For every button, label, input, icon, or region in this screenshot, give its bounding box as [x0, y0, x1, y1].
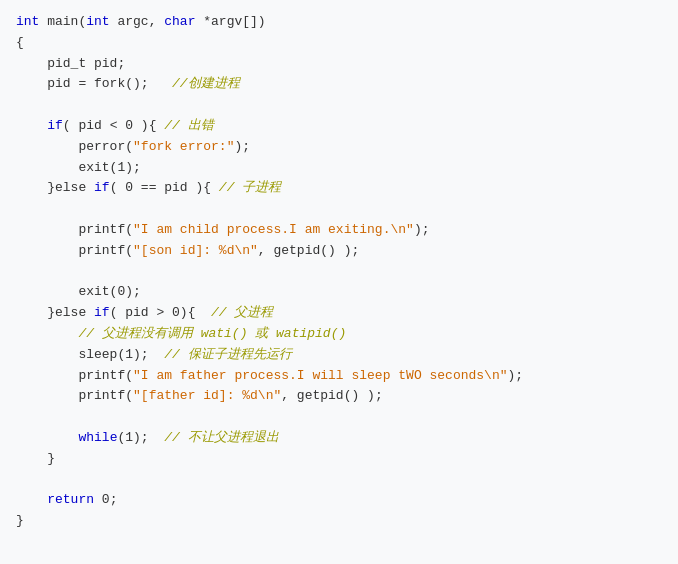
code-token: , getpid() );	[258, 243, 359, 258]
code-line	[16, 407, 662, 428]
code-token: "fork error:"	[133, 139, 234, 154]
code-token: // 父进程没有调用 wati() 或 watipid()	[78, 326, 346, 341]
code-token: 0;	[94, 492, 117, 507]
code-token: printf(	[16, 243, 133, 258]
code-token: // 保证子进程先运行	[164, 347, 291, 362]
code-line	[16, 262, 662, 283]
code-token: if	[94, 305, 110, 320]
code-token: exit(1);	[16, 160, 141, 175]
code-container: int main(int argc, char *argv[]){ pid_t …	[0, 0, 678, 564]
code-line: sleep(1); // 保证子进程先运行	[16, 345, 662, 366]
code-token: // 不让父进程退出	[164, 430, 278, 445]
code-token: // 父进程	[211, 305, 273, 320]
code-line	[16, 199, 662, 220]
code-token	[16, 118, 47, 133]
code-token: , getpid() );	[281, 388, 382, 403]
code-token: int	[86, 14, 109, 29]
code-token: char	[164, 14, 195, 29]
code-line: printf("I am child process.I am exiting.…	[16, 220, 662, 241]
code-line: perror("fork error:");	[16, 137, 662, 158]
code-token: }	[16, 513, 24, 528]
code-line: if( pid < 0 ){ // 出错	[16, 116, 662, 137]
code-token: argc,	[110, 14, 165, 29]
code-line: }	[16, 449, 662, 470]
code-line: printf("I am father process.I will sleep…	[16, 366, 662, 387]
code-token: printf(	[16, 222, 133, 237]
code-line: printf("[father id]: %d\n", getpid() );	[16, 386, 662, 407]
code-token	[16, 430, 78, 445]
code-token: while	[78, 430, 117, 445]
code-token: {	[16, 35, 24, 50]
code-token: ( pid < 0 ){	[63, 118, 164, 133]
code-token: "[son id]: %d\n"	[133, 243, 258, 258]
code-line: {	[16, 33, 662, 54]
code-token: }	[16, 451, 55, 466]
code-line: int main(int argc, char *argv[])	[16, 12, 662, 33]
code-line: pid = fork(); //创建进程	[16, 74, 662, 95]
code-token: // 子进程	[219, 180, 281, 195]
code-token: return	[47, 492, 94, 507]
code-line	[16, 95, 662, 116]
code-token: ( pid > 0){	[110, 305, 211, 320]
code-line: while(1); // 不让父进程退出	[16, 428, 662, 449]
code-token: if	[47, 118, 63, 133]
code-token: }else	[16, 180, 94, 195]
code-line: }else if( pid > 0){ // 父进程	[16, 303, 662, 324]
code-token	[16, 326, 78, 341]
code-token: // 出错	[164, 118, 213, 133]
code-token: exit(0);	[16, 284, 141, 299]
code-token: printf(	[16, 388, 133, 403]
code-token: //创建进程	[172, 76, 240, 91]
code-line	[16, 470, 662, 491]
code-token: (1);	[117, 430, 164, 445]
code-token	[16, 492, 47, 507]
code-line: // 父进程没有调用 wati() 或 watipid()	[16, 324, 662, 345]
code-token: sleep(1);	[16, 347, 164, 362]
code-line: exit(1);	[16, 158, 662, 179]
code-line: }	[16, 511, 662, 532]
code-token: );	[234, 139, 250, 154]
code-token: perror(	[16, 139, 133, 154]
code-line: printf("[son id]: %d\n", getpid() );	[16, 241, 662, 262]
code-token: );	[508, 368, 524, 383]
code-token: *argv[])	[195, 14, 265, 29]
code-token: "I am father process.I will sleep tWO se…	[133, 368, 507, 383]
code-line: return 0;	[16, 490, 662, 511]
code-token: }else	[16, 305, 94, 320]
code-token: ( 0 == pid ){	[110, 180, 219, 195]
code-line: pid_t pid;	[16, 54, 662, 75]
code-token: );	[414, 222, 430, 237]
code-token: "[father id]: %d\n"	[133, 388, 281, 403]
code-token: main(	[39, 14, 86, 29]
code-line: exit(0);	[16, 282, 662, 303]
code-token: int	[16, 14, 39, 29]
code-line: }else if( 0 == pid ){ // 子进程	[16, 178, 662, 199]
code-block: int main(int argc, char *argv[]){ pid_t …	[16, 12, 662, 532]
code-token: "I am child process.I am exiting.\n"	[133, 222, 414, 237]
code-token: if	[94, 180, 110, 195]
code-token: pid = fork();	[16, 76, 172, 91]
code-token: printf(	[16, 368, 133, 383]
code-token: pid_t pid;	[16, 56, 125, 71]
